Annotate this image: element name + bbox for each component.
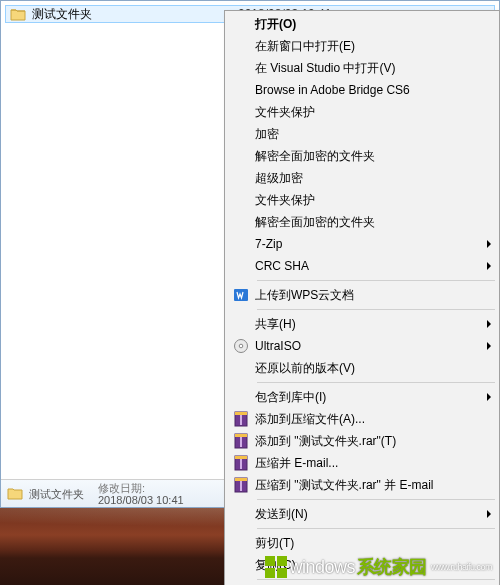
menu-gutter <box>227 145 255 167</box>
menu-item-label: 7-Zip <box>255 237 481 251</box>
menu-gutter <box>227 35 255 57</box>
menu-item-label: 打开(O) <box>255 16 481 33</box>
watermark-accent: 系统家园 <box>357 555 427 579</box>
menu-gutter <box>227 503 255 525</box>
menu-item-label: 包含到库中(I) <box>255 389 481 406</box>
menu-item[interactable]: 7-Zip <box>227 233 497 255</box>
menu-item[interactable]: 上传到WPS云文档 <box>227 284 497 306</box>
menu-item-label: 发送到(N) <box>255 506 481 523</box>
menu-item[interactable]: 文件夹保护 <box>227 101 497 123</box>
menu-item[interactable]: 在新窗口中打开(E) <box>227 35 497 57</box>
svg-rect-13 <box>235 478 247 481</box>
menu-item-label: 共享(H) <box>255 316 481 333</box>
file-name: 测试文件夹 <box>32 6 232 23</box>
menu-item-label: 剪切(T) <box>255 535 481 552</box>
status-name: 测试文件夹 <box>29 488 84 500</box>
folder-icon <box>10 7 26 21</box>
svg-rect-8 <box>240 437 242 447</box>
context-menu: 打开(O)在新窗口中打开(E)在 Visual Studio 中打开(V)Bro… <box>224 10 500 585</box>
menu-gutter <box>227 79 255 101</box>
menu-item-label: 文件夹保护 <box>255 192 481 209</box>
menu-separator <box>257 579 495 580</box>
menu-item-label: 上传到WPS云文档 <box>255 287 481 304</box>
menu-item-label: 在新窗口中打开(E) <box>255 38 481 55</box>
menu-gutter <box>227 101 255 123</box>
svg-point-2 <box>239 344 243 348</box>
menu-item-label: 加密 <box>255 126 481 143</box>
menu-gutter <box>227 167 255 189</box>
menu-item-label: 文件夹保护 <box>255 104 481 121</box>
menu-separator <box>257 382 495 383</box>
status-date-value: 2018/08/03 10:41 <box>98 494 184 506</box>
menu-item[interactable]: 超级加密 <box>227 167 497 189</box>
menu-gutter <box>227 255 255 277</box>
menu-gutter <box>227 532 255 554</box>
menu-gutter <box>227 233 255 255</box>
menu-item-label: Browse in Adobe Bridge CS6 <box>255 83 481 97</box>
menu-item-label: 压缩并 E-mail... <box>255 455 481 472</box>
menu-item[interactable]: 加密 <box>227 123 497 145</box>
rar-icon <box>227 430 255 452</box>
menu-item[interactable]: 还原以前的版本(V) <box>227 357 497 379</box>
menu-item[interactable]: 压缩并 E-mail... <box>227 452 497 474</box>
menu-item[interactable]: 包含到库中(I) <box>227 386 497 408</box>
status-text: 测试文件夹 <box>29 488 84 500</box>
menu-gutter <box>227 57 255 79</box>
chevron-right-icon <box>487 393 491 401</box>
menu-item[interactable]: 在 Visual Studio 中打开(V) <box>227 57 497 79</box>
folder-icon <box>7 486 23 502</box>
menu-item[interactable]: 压缩到 "测试文件夹.rar" 并 E-mail <box>227 474 497 496</box>
svg-rect-10 <box>235 456 247 459</box>
menu-item[interactable]: 共享(H) <box>227 313 497 335</box>
menu-item[interactable]: 打开(O) <box>227 13 497 35</box>
chevron-right-icon <box>487 320 491 328</box>
svg-rect-14 <box>240 481 242 491</box>
menu-item-label: CRC SHA <box>255 259 481 273</box>
menu-gutter <box>227 189 255 211</box>
menu-item[interactable]: 文件夹保护 <box>227 189 497 211</box>
menu-separator <box>257 309 495 310</box>
menu-gutter <box>227 211 255 233</box>
menu-item[interactable]: 添加到 "测试文件夹.rar"(T) <box>227 430 497 452</box>
menu-item-label: 超级加密 <box>255 170 481 187</box>
menu-item-label: UltraISO <box>255 339 481 353</box>
menu-item-label: 解密全面加密的文件夹 <box>255 148 481 165</box>
menu-item[interactable]: 发送到(N) <box>227 503 497 525</box>
menu-separator <box>257 280 495 281</box>
svg-rect-7 <box>235 434 247 437</box>
menu-item-label: 还原以前的版本(V) <box>255 360 481 377</box>
menu-item[interactable]: 解密全面加密的文件夹 <box>227 211 497 233</box>
menu-gutter <box>227 386 255 408</box>
menu-item[interactable]: CRC SHA <box>227 255 497 277</box>
menu-item[interactable]: 剪切(T) <box>227 532 497 554</box>
menu-item[interactable]: UltraISO <box>227 335 497 357</box>
menu-item-label: 压缩到 "测试文件夹.rar" 并 E-mail <box>255 477 481 494</box>
wps-icon <box>227 284 255 306</box>
svg-rect-5 <box>240 415 242 425</box>
watermark-sub: www.ruhaifu.com <box>431 562 492 572</box>
chevron-right-icon <box>487 342 491 350</box>
menu-item[interactable]: 添加到压缩文件(A)... <box>227 408 497 430</box>
rar-icon <box>227 408 255 430</box>
menu-gutter <box>227 313 255 335</box>
menu-item-label: 解密全面加密的文件夹 <box>255 214 481 231</box>
windows-flag-icon <box>265 556 287 578</box>
menu-item-label: 添加到 "测试文件夹.rar"(T) <box>255 433 481 450</box>
menu-gutter <box>227 123 255 145</box>
menu-item[interactable]: Browse in Adobe Bridge CS6 <box>227 79 497 101</box>
menu-gutter <box>227 13 255 35</box>
menu-separator <box>257 528 495 529</box>
status-date-label: 修改日期: <box>98 482 184 494</box>
disc-icon <box>227 335 255 357</box>
menu-item[interactable]: 解密全面加密的文件夹 <box>227 145 497 167</box>
menu-item-label: 添加到压缩文件(A)... <box>255 411 481 428</box>
rar-icon <box>227 474 255 496</box>
chevron-right-icon <box>487 240 491 248</box>
watermark-main: windows <box>289 557 355 578</box>
menu-separator <box>257 499 495 500</box>
chevron-right-icon <box>487 510 491 518</box>
menu-gutter <box>227 357 255 379</box>
menu-gutter <box>227 554 255 576</box>
svg-rect-11 <box>240 459 242 469</box>
svg-rect-4 <box>235 412 247 415</box>
